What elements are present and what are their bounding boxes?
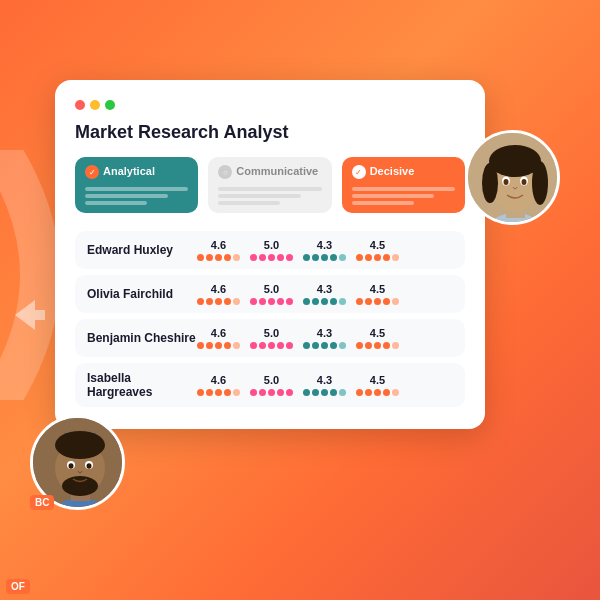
score-value: 4.6 bbox=[211, 239, 226, 251]
score-dots bbox=[250, 389, 293, 396]
score-dot bbox=[224, 254, 231, 261]
score-dot bbox=[312, 298, 319, 305]
score-dot bbox=[233, 342, 240, 349]
score-item: 5.0 bbox=[250, 374, 293, 396]
minimize-dot[interactable] bbox=[90, 100, 100, 110]
analytical-check: ✓ bbox=[85, 165, 99, 179]
main-card: Market Research Analyst ✓ Analytical ○ C… bbox=[55, 80, 485, 429]
trait-analytical[interactable]: ✓ Analytical bbox=[75, 157, 198, 213]
communicative-check: ○ bbox=[218, 165, 232, 179]
candidate-name: Olivia Fairchild bbox=[87, 287, 197, 301]
score-value: 4.3 bbox=[317, 239, 332, 251]
score-dot bbox=[259, 298, 266, 305]
svg-point-20 bbox=[69, 463, 74, 469]
trait-decisive[interactable]: ✓ Decisive bbox=[342, 157, 465, 213]
score-dot bbox=[312, 254, 319, 261]
score-dots bbox=[303, 254, 346, 261]
score-dot bbox=[233, 389, 240, 396]
score-dots bbox=[356, 389, 399, 396]
score-dots bbox=[303, 298, 346, 305]
score-dot bbox=[392, 342, 399, 349]
score-dot bbox=[286, 389, 293, 396]
score-item: 5.0 bbox=[250, 239, 293, 261]
svg-point-10 bbox=[504, 179, 509, 185]
score-item: 4.6 bbox=[197, 327, 240, 349]
score-dot bbox=[215, 342, 222, 349]
score-dot bbox=[339, 298, 346, 305]
score-dot bbox=[383, 298, 390, 305]
score-dot bbox=[277, 254, 284, 261]
arrow-left bbox=[15, 300, 45, 334]
candidate-name: Edward Huxley bbox=[87, 243, 197, 257]
score-dot bbox=[215, 389, 222, 396]
score-value: 5.0 bbox=[264, 283, 279, 295]
score-dot bbox=[374, 298, 381, 305]
score-dot bbox=[233, 254, 240, 261]
score-value: 5.0 bbox=[264, 327, 279, 339]
score-dot bbox=[303, 298, 310, 305]
score-dot bbox=[374, 389, 381, 396]
score-dot bbox=[321, 389, 328, 396]
score-item: 4.5 bbox=[356, 327, 399, 349]
score-dots bbox=[197, 254, 240, 261]
score-dots bbox=[356, 298, 399, 305]
score-item: 4.3 bbox=[303, 327, 346, 349]
svg-point-7 bbox=[532, 161, 548, 205]
score-dots bbox=[303, 389, 346, 396]
score-value: 5.0 bbox=[264, 374, 279, 386]
score-dot bbox=[197, 342, 204, 349]
score-value: 5.0 bbox=[264, 239, 279, 251]
bar1 bbox=[85, 187, 188, 191]
score-value: 4.5 bbox=[370, 327, 385, 339]
score-dots bbox=[197, 298, 240, 305]
score-item: 4.5 bbox=[356, 374, 399, 396]
score-value: 4.6 bbox=[211, 374, 226, 386]
scores-group: 4.65.04.34.5 bbox=[197, 327, 453, 349]
score-dot bbox=[330, 254, 337, 261]
svg-point-21 bbox=[87, 463, 92, 469]
score-dot bbox=[268, 342, 275, 349]
score-item: 4.3 bbox=[303, 283, 346, 305]
score-dot bbox=[259, 254, 266, 261]
maximize-dot[interactable] bbox=[105, 100, 115, 110]
bar2 bbox=[352, 194, 435, 198]
score-value: 4.5 bbox=[370, 239, 385, 251]
score-item: 5.0 bbox=[250, 327, 293, 349]
avatar-bc-label: BC bbox=[30, 495, 54, 510]
score-dot bbox=[312, 342, 319, 349]
svg-marker-0 bbox=[15, 300, 45, 330]
job-title: Market Research Analyst bbox=[75, 122, 465, 143]
score-dot bbox=[365, 254, 372, 261]
score-dot bbox=[206, 342, 213, 349]
score-dot bbox=[197, 254, 204, 261]
candidate-row[interactable]: Isabella Hargreaves4.65.04.34.5 bbox=[75, 363, 465, 407]
score-dot bbox=[365, 298, 372, 305]
score-dot bbox=[250, 389, 257, 396]
score-dot bbox=[250, 298, 257, 305]
trait-communicative[interactable]: ○ Communicative bbox=[208, 157, 331, 213]
score-dots bbox=[197, 342, 240, 349]
score-dot bbox=[277, 389, 284, 396]
score-dot bbox=[356, 298, 363, 305]
score-dot bbox=[303, 254, 310, 261]
candidate-row[interactable]: Olivia Fairchild4.65.04.34.5 bbox=[75, 275, 465, 313]
score-dots bbox=[250, 342, 293, 349]
scores-group: 4.65.04.34.5 bbox=[197, 374, 453, 396]
candidate-row[interactable]: Benjamin Cheshire4.65.04.34.5 bbox=[75, 319, 465, 357]
score-dot bbox=[206, 298, 213, 305]
avatar-of bbox=[465, 130, 560, 225]
candidate-row[interactable]: Edward Huxley4.65.04.34.5 bbox=[75, 231, 465, 269]
score-dot bbox=[356, 342, 363, 349]
score-dot bbox=[250, 254, 257, 261]
score-dot bbox=[339, 254, 346, 261]
bar3 bbox=[352, 201, 414, 205]
avatar-of-label: OF bbox=[6, 579, 30, 594]
decisive-bars bbox=[352, 187, 455, 205]
candidates-list: Edward Huxley4.65.04.34.5Olivia Fairchil… bbox=[75, 231, 465, 407]
scores-group: 4.65.04.34.5 bbox=[197, 239, 453, 261]
score-dot bbox=[330, 389, 337, 396]
score-dot bbox=[277, 342, 284, 349]
score-value: 4.3 bbox=[317, 327, 332, 339]
close-dot[interactable] bbox=[75, 100, 85, 110]
score-dot bbox=[383, 342, 390, 349]
